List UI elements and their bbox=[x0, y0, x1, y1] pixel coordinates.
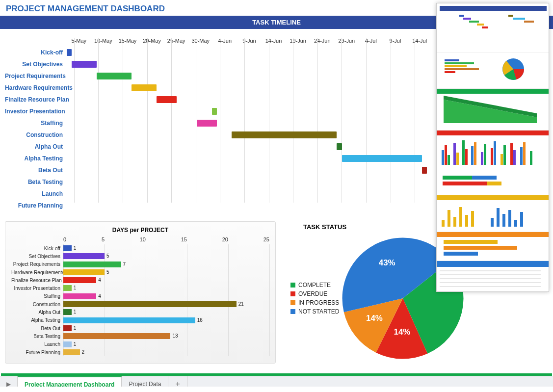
days-rows: Kick-off1Set Objectives5Project Requirem… bbox=[11, 244, 269, 356]
days-track: 1 bbox=[63, 340, 269, 348]
gantt-task-label: Investor Presentation bbox=[5, 108, 67, 115]
svg-rect-44 bbox=[459, 207, 462, 227]
svg-rect-40 bbox=[487, 182, 501, 185]
tab-add-button[interactable]: + bbox=[168, 376, 187, 387]
days-axis: 0510152025 bbox=[63, 236, 269, 242]
thumbnail-sidebar[interactable] bbox=[436, 3, 549, 292]
days-track: 5 bbox=[63, 252, 269, 260]
legend-swatch bbox=[290, 309, 295, 314]
thumb-5[interactable] bbox=[437, 171, 549, 195]
days-label: Beta Out bbox=[11, 326, 63, 331]
days-bar bbox=[63, 325, 72, 331]
days-value: 1 bbox=[74, 325, 77, 331]
svg-rect-5 bbox=[482, 26, 488, 28]
legend-label: COMPLETE bbox=[298, 282, 331, 288]
thumb-1[interactable] bbox=[437, 3, 549, 53]
days-value: 1 bbox=[74, 309, 77, 314]
gantt-bar bbox=[132, 84, 157, 91]
thumb-3[interactable] bbox=[437, 89, 549, 131]
days-row: Project Requirements7 bbox=[11, 261, 269, 268]
days-track: 1 bbox=[63, 284, 269, 292]
days-label: Finalize Resource Plan bbox=[11, 278, 63, 283]
chart-icon bbox=[440, 55, 547, 84]
svg-rect-29 bbox=[494, 141, 496, 165]
days-label: Set Objectives bbox=[11, 254, 63, 259]
pie-label: 14% bbox=[366, 314, 383, 323]
days-label: Kick-off bbox=[11, 246, 63, 251]
legend-row: COMPLETE bbox=[290, 282, 339, 288]
legend-swatch bbox=[290, 300, 295, 305]
svg-rect-17 bbox=[442, 150, 444, 165]
gantt-bar bbox=[232, 131, 337, 138]
gantt-track bbox=[67, 47, 432, 58]
chart-icon bbox=[437, 94, 544, 128]
svg-rect-55 bbox=[444, 252, 478, 256]
days-track: 13 bbox=[63, 332, 269, 340]
tab-scroll-button[interactable]: ▶ bbox=[0, 376, 18, 387]
days-row: Investor Presentation1 bbox=[11, 284, 269, 292]
svg-rect-53 bbox=[444, 240, 498, 244]
svg-rect-33 bbox=[513, 150, 516, 165]
days-track: 7 bbox=[63, 261, 269, 268]
days-row: Beta Out1 bbox=[11, 324, 269, 332]
svg-rect-8 bbox=[524, 21, 534, 23]
legend-row: IN PROGRESS bbox=[290, 299, 339, 306]
days-value: 1 bbox=[74, 245, 77, 251]
gantt-tick: 30-May bbox=[188, 38, 213, 47]
gantt-bar bbox=[337, 143, 342, 150]
tab-project-data[interactable]: Project Data bbox=[122, 376, 168, 387]
days-bar bbox=[63, 245, 72, 251]
gantt-bar bbox=[342, 155, 422, 162]
days-bar bbox=[63, 261, 121, 267]
svg-rect-3 bbox=[469, 21, 479, 23]
gantt-tick: 10-May bbox=[91, 38, 116, 47]
chart-icon bbox=[440, 174, 547, 190]
days-track: 5 bbox=[63, 268, 269, 276]
days-bar bbox=[63, 269, 105, 275]
gantt-tick: 9-Jul bbox=[383, 38, 408, 47]
legend-label: NOT STARTED bbox=[298, 308, 339, 315]
tab-dashboard[interactable]: Project Management Dashboard bbox=[18, 376, 122, 387]
gantt-bar bbox=[157, 96, 177, 103]
svg-rect-46 bbox=[471, 211, 474, 227]
days-row: Alpha Out1 bbox=[11, 308, 269, 316]
days-tick: 20 bbox=[222, 236, 228, 242]
gantt-tick: 19-Jun bbox=[286, 38, 310, 47]
table-icon bbox=[437, 267, 544, 289]
svg-rect-4 bbox=[477, 24, 484, 26]
thumb-7[interactable] bbox=[437, 232, 549, 261]
gantt-task-label: Beta Out bbox=[5, 167, 67, 174]
days-track: 1 bbox=[63, 308, 269, 316]
chart-icon bbox=[437, 237, 544, 259]
svg-rect-7 bbox=[513, 18, 525, 20]
gantt-track bbox=[67, 153, 432, 164]
svg-rect-20 bbox=[453, 143, 456, 165]
pie-label: 14% bbox=[394, 327, 411, 337]
gantt-task-label: Finalize Resource Plan bbox=[5, 96, 67, 103]
gantt-track bbox=[67, 70, 432, 82]
svg-rect-51 bbox=[514, 220, 517, 227]
svg-rect-49 bbox=[502, 214, 505, 227]
days-label: Future Planning bbox=[11, 350, 63, 355]
thumb-6[interactable] bbox=[437, 195, 549, 232]
days-bar bbox=[63, 285, 72, 291]
days-value: 21 bbox=[238, 301, 244, 307]
gantt-tick: 4-Jun bbox=[213, 38, 237, 47]
days-value: 2 bbox=[82, 349, 85, 355]
svg-rect-54 bbox=[444, 246, 517, 250]
thumb-4[interactable] bbox=[437, 131, 549, 171]
days-value: 5 bbox=[106, 269, 109, 275]
gantt-track bbox=[67, 82, 432, 94]
thumb-8[interactable] bbox=[437, 261, 549, 291]
thumb-2[interactable] bbox=[437, 53, 549, 89]
gantt-task-label: Staffing bbox=[5, 120, 67, 127]
days-row: Staffing4 bbox=[11, 292, 269, 300]
days-track: 1 bbox=[63, 244, 269, 252]
svg-rect-10 bbox=[445, 62, 474, 64]
svg-rect-12 bbox=[445, 68, 479, 70]
gantt-bar bbox=[212, 108, 217, 115]
days-value: 7 bbox=[123, 261, 126, 267]
svg-rect-23 bbox=[465, 149, 468, 165]
svg-rect-52 bbox=[520, 212, 523, 227]
legend-swatch bbox=[290, 291, 295, 296]
